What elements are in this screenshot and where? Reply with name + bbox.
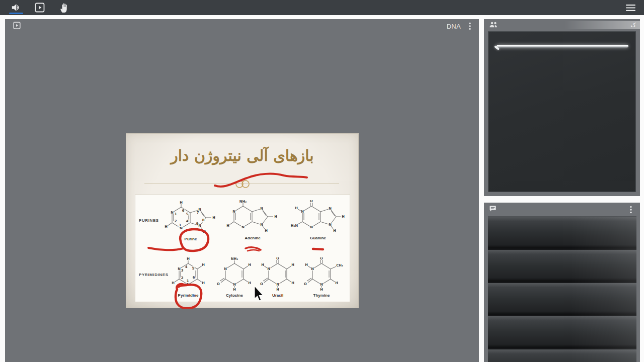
svg-text:H: H [248, 263, 251, 267]
presentation-slide: بازهای آلی نیتروژن دار PURINES PYRIMIDIN… [126, 133, 359, 308]
svg-text:3: 3 [181, 268, 184, 273]
svg-text:H: H [261, 263, 264, 267]
svg-text:2: 2 [175, 219, 177, 223]
svg-text:H₂N: H₂N [291, 224, 298, 228]
chat-bubble-icon [489, 205, 497, 214]
svg-text:N: N [178, 267, 181, 271]
svg-text:N: N [233, 283, 236, 287]
svg-text:1: 1 [187, 279, 189, 283]
molecule-cytosine: NH₂OHHHNNCytosine [212, 257, 257, 298]
svg-text:H: H [248, 281, 251, 285]
chat-pod [484, 203, 640, 362]
svg-text:H: H [291, 263, 294, 267]
svg-text:O: O [304, 282, 307, 286]
svg-text:O: O [217, 282, 220, 286]
svg-text:4: 4 [186, 219, 189, 223]
svg-text:N: N [260, 223, 263, 227]
kebab-menu-icon[interactable] [466, 22, 474, 30]
svg-text:O: O [310, 200, 313, 203]
svg-text:1: 1 [175, 212, 177, 216]
svg-text:4: 4 [185, 265, 188, 269]
svg-text:N: N [276, 283, 279, 287]
svg-text:H: H [320, 288, 323, 291]
molecule-structure: OHOHHHNN [255, 257, 300, 291]
molecule-structure: NH₂OHHHNN [212, 257, 257, 291]
svg-text:H: H [187, 257, 190, 261]
svg-text:N: N [224, 267, 227, 271]
active-tool-underline [9, 13, 23, 14]
molecule-name: Adenine [225, 236, 280, 240]
svg-text:H: H [202, 263, 205, 267]
share-pod-header: DNA [5, 19, 479, 33]
svg-text:3: 3 [179, 223, 181, 227]
molecule-name: Guanine [290, 236, 346, 240]
molecule-structure: OHOHCH₃HNN [299, 257, 344, 291]
svg-text:O: O [320, 257, 323, 260]
svg-text:H: H [333, 229, 336, 233]
divider-ornament-icon [233, 177, 252, 191]
molecule-name: Thymine [299, 293, 344, 298]
svg-text:H: H [180, 201, 183, 205]
title-underline-annotation [215, 174, 307, 187]
top-toolbar [0, 0, 644, 15]
molecule-purine: HHHHNNNN123456789Purine [163, 201, 218, 241]
molecule-thymine: OHOHCH₃HNNThymine [299, 257, 344, 298]
svg-text:H: H [276, 288, 279, 291]
svg-text:N: N [310, 225, 313, 229]
molecule-structure: HHHHNNNN123456789 [163, 201, 218, 234]
raise-hand-icon[interactable] [56, 2, 71, 14]
svg-text:H: H [165, 225, 168, 229]
molecule-name: Purine [163, 237, 218, 241]
svg-text:NH₂: NH₂ [231, 257, 238, 261]
svg-text:H: H [335, 281, 338, 285]
svg-text:N: N [260, 207, 263, 211]
light-streak [497, 45, 628, 48]
svg-text:N: N [329, 223, 332, 227]
molecule-structure: HHHHNN345612 [166, 257, 211, 291]
molecule-pyrimidine: HHHHNN345612Pyrimidine [166, 257, 211, 298]
svg-text:N: N [198, 224, 201, 228]
play-box-icon[interactable] [13, 22, 21, 31]
svg-text:N: N [171, 211, 174, 215]
video-pod-header: ک [484, 19, 640, 31]
svg-text:H: H [172, 281, 175, 285]
svg-text:7: 7 [197, 211, 199, 215]
svg-text:2: 2 [181, 276, 184, 280]
molecule-name: Pyrimidine [166, 293, 211, 298]
svg-text:O: O [260, 282, 263, 286]
svg-text:N: N [267, 267, 270, 271]
purines-row-label: PURINES [139, 218, 159, 223]
svg-text:H: H [203, 230, 206, 234]
svg-text:N: N [232, 210, 235, 214]
svg-text:N: N [187, 283, 190, 287]
svg-text:N: N [242, 225, 245, 229]
molecule-name: Uracil [255, 293, 300, 298]
participants-video-pod: ک [484, 19, 640, 196]
svg-text:H: H [265, 229, 268, 233]
svg-text:6: 6 [193, 276, 195, 280]
chat-pod-header [484, 203, 640, 216]
pyrimidines-row-label: PYRIMIDINES [139, 273, 169, 277]
svg-text:CH₃: CH₃ [336, 263, 343, 267]
molecule-uracil: OHOHHHNNUracil [255, 257, 300, 298]
svg-text:5: 5 [186, 212, 189, 216]
share-pod-title: DNA [447, 23, 461, 30]
svg-text:6: 6 [182, 209, 185, 213]
webcam-video-feed [488, 31, 636, 192]
svg-text:NH₂: NH₂ [239, 200, 247, 204]
svg-text:H: H [342, 215, 345, 219]
hamburger-menu-icon[interactable] [623, 2, 638, 14]
svg-text:5: 5 [192, 266, 195, 270]
svg-text:H: H [295, 206, 298, 210]
screenshare-icon[interactable] [32, 2, 47, 14]
kebab-menu-icon[interactable] [627, 206, 635, 214]
svg-text:N: N [301, 210, 304, 214]
svg-text:H: H [202, 281, 205, 285]
slide-title: بازهای آلی نیتروژن دار [126, 147, 358, 164]
pod-corner-label: ک [565, 21, 640, 29]
svg-text:H: H [226, 224, 229, 228]
molecule-guanine: OHH₂NHHNNNNGuanine [290, 200, 346, 240]
molecule-name: Cytosine [212, 293, 257, 298]
svg-text:N: N [320, 283, 323, 287]
speaker-icon[interactable] [9, 2, 24, 14]
